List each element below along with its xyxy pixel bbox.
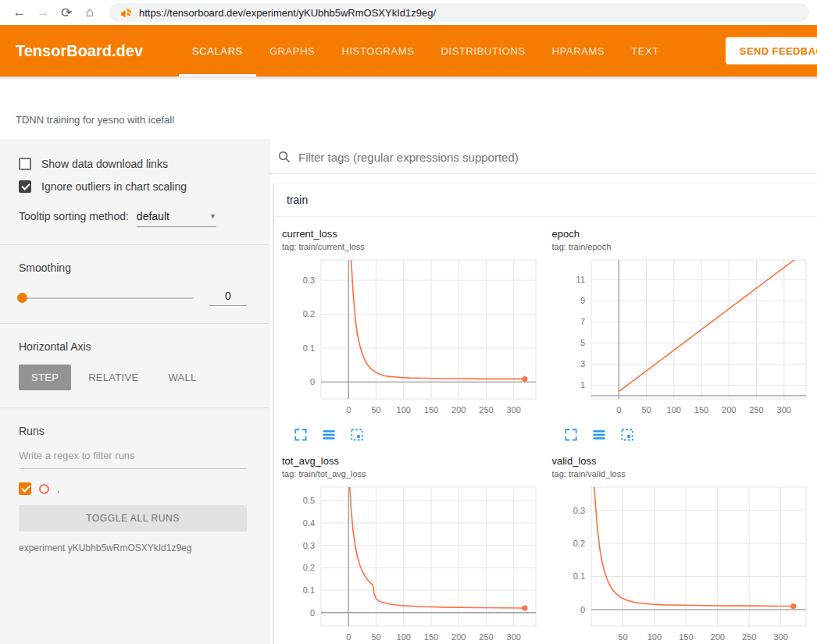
svg-text:300: 300: [773, 632, 787, 642]
chart-panel-tot-avg-loss: tot_avg_loss tag: train/tot_avg_loss 050…: [279, 452, 549, 644]
svg-text:50: 50: [371, 632, 380, 642]
forward-button[interactable]: →: [31, 5, 55, 20]
chart-tag: tag: train/epoch: [552, 242, 816, 251]
chart-title: epoch: [552, 228, 816, 240]
expand-chart-icon[interactable]: [563, 427, 579, 443]
browser-toolbar: ← → ⟳ ⌂ https://tensorboard.dev/experime…: [0, 0, 817, 25]
svg-text:0.3: 0.3: [303, 276, 315, 285]
chart-title: valid_loss: [552, 455, 816, 467]
nav-tabs: SCALARS GRAPHS HISTOGRAMS DISTRIBUTIONS …: [179, 25, 673, 76]
svg-text:0.3: 0.3: [573, 506, 584, 515]
line-chart-epoch[interactable]: 0501001502002503001357911: [552, 255, 816, 424]
svg-text:9: 9: [580, 296, 584, 305]
filter-tags-row: [269, 139, 817, 174]
fit-domain-icon[interactable]: [619, 427, 635, 443]
svg-text:7: 7: [580, 317, 584, 326]
app-header: TensorBoard.dev SCALARS GRAPHS HISTOGRAM…: [0, 25, 817, 76]
chart-title: tot_avg_loss: [282, 455, 546, 467]
show-download-links-label: Show data download links: [41, 158, 168, 170]
svg-text:0.2: 0.2: [303, 563, 315, 572]
show-download-links-checkbox[interactable]: [19, 158, 31, 170]
train-group-card: train current_loss tag: train/current_lo…: [274, 183, 817, 644]
runs-filter-input[interactable]: [19, 450, 247, 469]
svg-text:1: 1: [580, 380, 584, 390]
chart-tag: tag: train/tot_avg_loss: [282, 469, 546, 479]
home-button[interactable]: ⌂: [78, 5, 102, 20]
address-bar[interactable]: https://tensorboard.dev/experiment/yKUbh…: [109, 3, 809, 22]
tooltip-sorting-select[interactable]: default ▼: [137, 210, 216, 227]
tab-text[interactable]: TEXT: [618, 25, 673, 76]
send-feedback-button[interactable]: SEND FEEDBACK: [726, 37, 817, 65]
line-chart-valid-loss[interactable]: 5010015020025030000.10.20.3: [552, 482, 816, 644]
brand-title: TensorBoard.dev: [16, 42, 143, 60]
run-checkbox[interactable]: [19, 482, 31, 495]
svg-text:50: 50: [371, 405, 380, 415]
tab-histograms[interactable]: HISTOGRAMS: [328, 25, 427, 76]
svg-text:200: 200: [710, 632, 724, 642]
axis-step-button[interactable]: STEP: [19, 365, 71, 390]
refresh-button[interactable]: ⟳: [55, 5, 78, 21]
experiment-title: TDNN training for yesno with icefall: [16, 114, 174, 126]
settings-sidebar: Show data download links Ignore outliers…: [0, 139, 269, 644]
tab-hparams[interactable]: HPARAMS: [539, 25, 619, 76]
horizontal-axis-buttons: STEP RELATIVE WALL: [19, 365, 247, 390]
smoothing-slider-knob[interactable]: [17, 293, 27, 303]
line-chart-tot-avg-loss[interactable]: 05010015020025030000.10.20.30.40.5: [282, 482, 546, 644]
expand-chart-icon[interactable]: [293, 427, 309, 443]
axis-relative-button[interactable]: RELATIVE: [76, 365, 151, 390]
svg-text:250: 250: [479, 405, 493, 415]
svg-text:200: 200: [451, 632, 466, 642]
runs-table-icon[interactable]: [591, 427, 607, 443]
ignore-outliers-label: Ignore outliers in chart scaling: [41, 180, 187, 193]
tooltip-sorting-row: Tooltip sorting method: default ▼: [19, 210, 247, 227]
chevron-down-icon: ▼: [209, 212, 216, 220]
svg-text:0: 0: [310, 608, 315, 617]
filter-tags-input[interactable]: [298, 151, 809, 164]
train-group-header[interactable]: train: [274, 183, 817, 217]
line-chart-current-loss[interactable]: 05010015020025030000.10.20.3: [282, 255, 546, 424]
tab-distributions[interactable]: DISTRIBUTIONS: [428, 25, 539, 76]
runs-table-icon[interactable]: [321, 427, 337, 443]
axis-wall-button[interactable]: WALL: [155, 365, 209, 390]
ignore-outliers-row: Ignore outliers in chart scaling: [19, 180, 247, 193]
charts-grid: current_loss tag: train/current_loss 050…: [274, 217, 817, 644]
svg-text:5: 5: [580, 338, 584, 347]
svg-text:150: 150: [679, 632, 693, 642]
svg-text:0.2: 0.2: [303, 309, 315, 318]
svg-text:50: 50: [618, 632, 627, 642]
chart-panel-epoch: epoch tag: train/epoch 05010015020025030…: [549, 225, 817, 446]
content: Show data download links Ignore outliers…: [0, 139, 817, 644]
show-download-links-row: Show data download links: [19, 158, 247, 170]
tab-scalars[interactable]: SCALARS: [179, 25, 256, 76]
svg-text:250: 250: [742, 632, 756, 642]
run-name: .: [57, 483, 60, 495]
smoothing-slider[interactable]: [19, 297, 194, 299]
svg-text:100: 100: [647, 632, 661, 642]
svg-text:0.1: 0.1: [303, 585, 315, 595]
svg-text:200: 200: [451, 405, 466, 415]
toggle-all-runs-button[interactable]: TOGGLE ALL RUNS: [19, 505, 247, 532]
fit-domain-icon[interactable]: [349, 427, 365, 443]
divider: [0, 244, 269, 245]
svg-text:0: 0: [310, 377, 315, 386]
scalars-main: train current_loss tag: train/current_lo…: [269, 139, 817, 644]
svg-text:150: 150: [424, 405, 438, 415]
smoothing-row: [19, 290, 247, 306]
svg-text:200: 200: [722, 405, 736, 415]
runs-label: Runs: [19, 425, 247, 437]
chart-toolbar: [293, 427, 546, 443]
experiment-caption: experiment yKUbhb5wRmOSXYkId1z9eg: [19, 543, 247, 553]
tab-graphs[interactable]: GRAPHS: [256, 25, 329, 76]
svg-text:0.1: 0.1: [303, 343, 315, 353]
smoothing-value-input[interactable]: [209, 290, 247, 306]
back-button[interactable]: ←: [8, 5, 31, 20]
url-text: https://tensorboard.dev/experiment/yKUbh…: [139, 7, 436, 19]
tooltip-sorting-value: default: [137, 210, 169, 222]
svg-text:300: 300: [507, 632, 521, 642]
ignore-outliers-checkbox[interactable]: [19, 180, 31, 193]
search-icon: [277, 150, 291, 164]
svg-text:0.1: 0.1: [573, 571, 584, 581]
run-row: .: [19, 482, 247, 495]
tensorboard-favicon-icon: [120, 7, 132, 19]
svg-text:0: 0: [346, 632, 351, 642]
